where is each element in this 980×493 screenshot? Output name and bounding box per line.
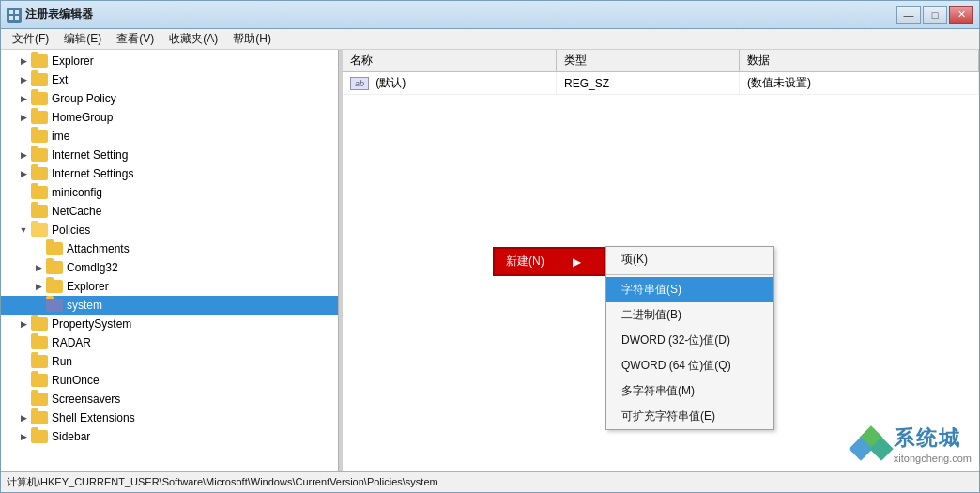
table-row[interactable]: ab (默认) REG_SZ (数值未设置): [343, 72, 979, 95]
submenu-item-topitem[interactable]: 项(K): [606, 247, 773, 272]
new-button-label: 新建(N): [506, 254, 544, 270]
tree-item-internetsettings[interactable]: ▶ Internet Settings: [1, 164, 338, 183]
registry-editor-window: 注册表编辑器 — □ ✕ 文件(F) 编辑(E) 查看(V) 收藏夹(A) 帮助…: [0, 0, 980, 493]
folder-icon: [31, 54, 48, 68]
menu-favorites[interactable]: 收藏夹(A): [161, 29, 225, 49]
folder-icon: [31, 148, 48, 162]
tree-item-shellextensions[interactable]: ▶ Shell Extensions: [1, 408, 338, 427]
submenu-container: 新建(N) ▶ 项(K) 字符串值(S) 二进制值(B) DWORD (32-位…: [493, 247, 774, 431]
folder-icon: [46, 280, 63, 293]
tree-item-run[interactable]: ▶ Run: [1, 352, 338, 371]
tree-item-explorer2[interactable]: ▶ Explorer: [1, 277, 338, 296]
watermark-diamond-icon: [852, 425, 890, 463]
menu-view[interactable]: 查看(V): [109, 29, 161, 49]
right-pane: 名称 类型 数据 ab (默认) REG_SZ (数值未设置): [343, 50, 979, 471]
tree-item-radar[interactable]: ▶ RADAR: [1, 333, 338, 352]
folder-icon: [31, 130, 48, 143]
status-bar: 计算机\HKEY_CURRENT_USER\Software\Microsoft…: [1, 471, 979, 492]
window-title: 注册表编辑器: [25, 7, 93, 23]
app-icon: [7, 8, 22, 23]
watermark-site: 系统城: [894, 424, 972, 453]
tree-label-attachments: Attachments: [67, 242, 130, 255]
tree-item-runonce[interactable]: ▶ RunOnce: [1, 371, 338, 390]
tree-label-comdlg32: Comdlg32: [67, 261, 118, 274]
svg-rect-3: [15, 16, 19, 20]
row-type: REG_SZ: [557, 72, 740, 95]
status-text: 计算机\HKEY_CURRENT_USER\Software\Microsoft…: [7, 475, 438, 489]
tree-container[interactable]: ▶ Explorer ▶ Ext ▶ Group Policy: [1, 50, 338, 471]
tree-item-ext[interactable]: ▶ Ext: [1, 70, 338, 89]
folder-icon: [31, 205, 48, 218]
folder-icon: [46, 242, 63, 255]
ab-icon: ab: [350, 77, 369, 90]
title-bar: 注册表编辑器 — □ ✕: [1, 1, 979, 29]
watermark-text-container: 系统城 xitongcheng.com: [894, 424, 972, 464]
arrow-right-icon: ▶: [573, 255, 581, 269]
menu-bar: 文件(F) 编辑(E) 查看(V) 收藏夹(A) 帮助(H): [1, 29, 979, 50]
col-header-data: 数据: [740, 50, 979, 72]
tree-item-comdlg32[interactable]: ▶ Comdlg32: [1, 258, 338, 277]
folder-icon: [31, 73, 48, 86]
expand-icon: ▶: [16, 410, 31, 425]
expand-icon: ▶: [31, 279, 46, 294]
tree-label-system: system: [67, 299, 102, 312]
tree-item-homegroup[interactable]: ▶ HomeGroup: [1, 108, 338, 127]
submenu-item-binary[interactable]: 二进制值(B): [606, 302, 773, 328]
folder-icon: [46, 261, 63, 274]
tree-item-attachments[interactable]: ▶ Attachments: [1, 239, 338, 258]
tree-label-internetsetting: Internet Setting: [52, 148, 128, 162]
tree-item-ime[interactable]: ▶ ime: [1, 127, 338, 146]
watermark-subsite: xitongcheng.com: [894, 453, 972, 464]
maximize-button[interactable]: □: [923, 6, 947, 24]
folder-icon: [31, 355, 48, 368]
folder-icon: [31, 92, 48, 105]
tree-item-internetsetting[interactable]: ▶ Internet Setting: [1, 146, 338, 164]
expand-icon: ▶: [31, 260, 46, 275]
menu-help[interactable]: 帮助(H): [225, 29, 279, 49]
svg-rect-1: [15, 10, 19, 14]
expand-icon: ▶: [16, 429, 31, 444]
tree-label-netcache: NetCache: [52, 205, 101, 218]
new-menu-wrapper: 新建(N) ▶: [493, 247, 605, 276]
tree-label-explorer2: Explorer: [67, 280, 109, 293]
row-name: ab (默认): [343, 72, 557, 95]
submenu-item-expandstring[interactable]: 可扩充字符串值(E): [606, 404, 773, 429]
menu-file[interactable]: 文件(F): [5, 29, 56, 49]
folder-icon: [31, 167, 48, 180]
left-pane: ▶ Explorer ▶ Ext ▶ Group Policy: [1, 50, 339, 471]
tree-label-policies: Policies: [52, 223, 90, 237]
tree-item-screensavers[interactable]: ▶ Screensavers: [1, 390, 338, 408]
tree-item-system[interactable]: ▶ system: [1, 296, 338, 315]
expand-icon: ▶: [16, 91, 31, 106]
tree-item-grouppolicy[interactable]: ▶ Group Policy: [1, 89, 338, 108]
tree-item-policies[interactable]: ▼ Policies: [1, 221, 338, 239]
tree-label-screensavers: Screensavers: [52, 393, 120, 406]
submenu-item-qword[interactable]: QWORD (64 位)值(Q): [606, 353, 773, 378]
minimize-button[interactable]: —: [896, 6, 921, 24]
title-bar-left: 注册表编辑器: [7, 7, 93, 23]
new-button[interactable]: 新建(N) ▶: [493, 247, 605, 276]
close-button[interactable]: ✕: [949, 6, 973, 24]
tree-item-sidebar[interactable]: ▶ Sidebar: [1, 427, 338, 446]
title-buttons: — □ ✕: [896, 6, 973, 24]
menu-edit[interactable]: 编辑(E): [56, 29, 109, 49]
submenu: 项(K) 字符串值(S) 二进制值(B) DWORD (32-位)值(D) QW…: [605, 246, 774, 430]
tree-label-run: Run: [52, 355, 72, 368]
submenu-item-dword[interactable]: DWORD (32-位)值(D): [606, 328, 773, 353]
expand-icon: ▶: [16, 54, 31, 69]
tree-item-explorer1[interactable]: ▶ Explorer: [1, 52, 338, 70]
expand-icon: ▶: [16, 147, 31, 162]
col-header-name: 名称: [343, 50, 557, 72]
tree-label-runonce: RunOnce: [52, 374, 100, 387]
expand-icon: ▼: [16, 223, 31, 238]
submenu-item-multistring[interactable]: 多字符串值(M): [606, 378, 773, 404]
tree-label-ext: Ext: [52, 73, 68, 86]
tree-item-netcache[interactable]: ▶ NetCache: [1, 202, 338, 221]
col-header-type: 类型: [557, 50, 740, 72]
submenu-item-string[interactable]: 字符串值(S): [606, 277, 773, 302]
expand-icon: ▶: [16, 72, 31, 87]
tree-item-propertysystem[interactable]: ▶ PropertySystem: [1, 315, 338, 333]
tree-item-miniconfig[interactable]: ▶ miniconfig: [1, 183, 338, 202]
tree-label-ime: ime: [52, 130, 69, 143]
svg-rect-0: [9, 10, 13, 14]
